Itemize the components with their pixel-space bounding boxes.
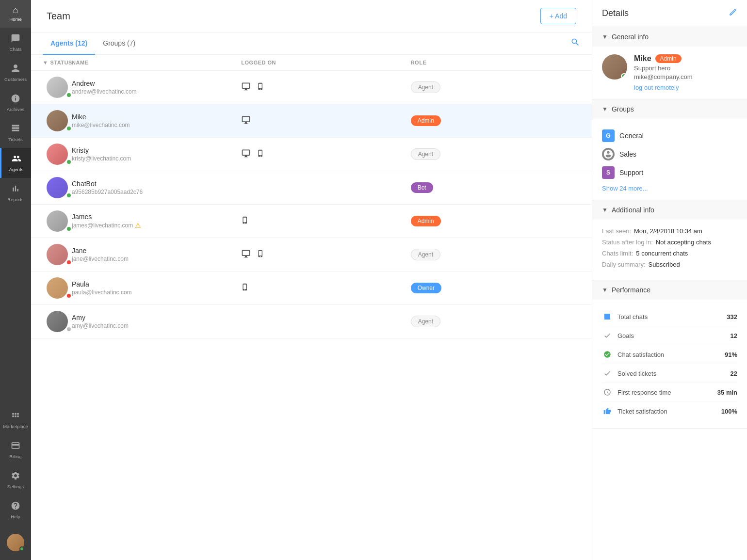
role-badge: Bot: [411, 182, 433, 193]
perf-value: 100%: [721, 408, 737, 415]
section-additional-info-header[interactable]: ▼ Additional info: [592, 200, 747, 220]
info-value: Not accepting chats: [656, 239, 711, 246]
reports-icon: [11, 184, 20, 195]
group-item-sales: Sales: [602, 145, 737, 163]
section-general-info-header[interactable]: ▼ General info: [592, 27, 747, 47]
table-row[interactable]: Paula paula@livechatinc.com Owner: [31, 272, 592, 305]
sidebar-item-archives[interactable]: Archives: [0, 88, 31, 118]
agent-avatar-cell: [43, 177, 72, 198]
table-row[interactable]: Mike mike@livechatinc.com Admin: [31, 104, 592, 138]
table-row[interactable]: Amy amy@livechatinc.com Agent: [31, 305, 592, 338]
agents-icon: [12, 154, 21, 165]
chevron-down-icon-additional: ▼: [602, 207, 608, 213]
agent-status-dot: [66, 259, 72, 265]
table-row[interactable]: Kristy kristy@livechatinc.com Agent: [31, 138, 592, 171]
agent-info: James james@livechatinc.com ⚠: [72, 213, 241, 229]
customers-icon: [11, 64, 20, 75]
agent-name: Kristy: [72, 146, 241, 154]
logout-link[interactable]: log out remotely: [634, 84, 693, 91]
sidebar-label-reports: Reports: [7, 197, 23, 202]
sidebar-item-home[interactable]: ⌂ Home: [0, 0, 31, 28]
agent-email: james@livechatinc.com ⚠: [72, 222, 241, 229]
profile-status-dot: [621, 73, 627, 80]
role-cell: Admin: [411, 216, 580, 226]
perf-icon: [602, 330, 613, 341]
profile-email: mike@company.com: [634, 73, 693, 80]
edit-icon[interactable]: [729, 8, 737, 19]
sidebar-item-marketplace[interactable]: Marketplace: [0, 405, 31, 435]
device-icons: [241, 148, 410, 160]
agent-info: Mike mike@livechatinc.com: [72, 113, 241, 128]
table-row[interactable]: Andrew andrew@livechatinc.com Agent: [31, 71, 592, 104]
section-general-info-content: Mike Admin Support hero mike@company.com…: [592, 47, 747, 99]
sidebar-label-archives: Archives: [7, 107, 24, 112]
info-label: Last seen:: [602, 227, 631, 235]
tab-groups[interactable]: Groups (7): [95, 32, 143, 55]
agent-status-dot: [66, 126, 72, 131]
agent-avatar-cell: [43, 144, 72, 165]
desktop-icon: [241, 148, 251, 160]
agent-avatar: [47, 110, 68, 131]
section-additional-info: ▼ Additional info Last seen:Mon, 2/4/201…: [592, 200, 747, 280]
role-cell: Agent: [411, 249, 580, 260]
sidebar-item-reports[interactable]: Reports: [0, 178, 31, 208]
agent-status-dot: [66, 159, 72, 165]
section-groups-header[interactable]: ▼ Groups: [592, 99, 747, 119]
role-badge: Agent: [411, 316, 440, 327]
sidebar-item-agents[interactable]: Agents: [0, 148, 31, 178]
profile-name: Mike: [634, 54, 651, 63]
info-label: Status after log in:: [602, 239, 653, 246]
section-performance-header[interactable]: ▼ Performance: [592, 280, 747, 300]
add-button[interactable]: + Add: [540, 8, 576, 24]
sidebar-item-billing[interactable]: Billing: [0, 435, 31, 465]
sidebar-label-marketplace: Marketplace: [3, 424, 28, 429]
col-status: ▼ STATUS: [43, 60, 72, 65]
section-groups: ▼ Groups G General Sales S Support Show …: [592, 99, 747, 200]
current-user-status-dot: [19, 546, 24, 551]
agent-info: Jane jane@livechatinc.com: [72, 247, 241, 262]
table-row[interactable]: James james@livechatinc.com ⚠ Admin: [31, 205, 592, 238]
table-row[interactable]: ChatBot a956285b927a005aad2c76 Bot: [31, 171, 592, 205]
sidebar-item-label: Home: [9, 16, 21, 22]
info-row: Status after log in:Not accepting chats: [602, 239, 737, 246]
perf-label: Goals: [617, 332, 731, 339]
agent-name: James: [72, 213, 241, 221]
perf-label: Solved tickets: [617, 370, 731, 377]
agent-avatar: [47, 277, 68, 299]
tabs-bar: Agents (12) Groups (7): [31, 32, 592, 55]
tab-groups-count: (7): [127, 39, 135, 47]
current-user-avatar-container[interactable]: [0, 525, 31, 560]
tab-agents[interactable]: Agents (12): [43, 32, 95, 55]
perf-label: Chat satisfaction: [617, 351, 725, 358]
settings-icon: [11, 471, 20, 482]
warning-icon: ⚠: [135, 222, 141, 229]
profile-name-row: Mike Admin: [634, 54, 693, 63]
sidebar: ⌂ Home Chats Customers Archives Tickets …: [0, 0, 31, 560]
show-more-groups[interactable]: Show 24 more...: [602, 185, 737, 192]
sidebar-label-settings: Settings: [7, 484, 24, 489]
role-cell: Agent: [411, 316, 580, 327]
agent-info: ChatBot a956285b927a005aad2c76: [72, 180, 241, 195]
tickets-icon: [11, 124, 20, 135]
group-icon-sales: [602, 148, 615, 160]
sidebar-item-chats[interactable]: Chats: [0, 28, 31, 58]
info-value: Mon, 2/4/2018 10:34 am: [634, 227, 702, 235]
table-row[interactable]: Jane jane@livechatinc.com Agent: [31, 238, 592, 272]
perf-icon: [602, 387, 613, 398]
perf-icon: [602, 368, 613, 379]
search-button[interactable]: [570, 37, 580, 49]
sidebar-item-tickets[interactable]: Tickets: [0, 118, 31, 148]
perf-value: 332: [727, 313, 737, 320]
sidebar-item-customers[interactable]: Customers: [0, 58, 31, 88]
sidebar-item-help[interactable]: Help: [0, 495, 31, 525]
info-row: Chats limit:5 concurrent chats: [602, 250, 737, 257]
home-icon: ⌂: [13, 6, 18, 15]
agent-avatar-cell: [43, 77, 72, 98]
mobile-icon: [257, 249, 264, 261]
sidebar-item-settings[interactable]: Settings: [0, 465, 31, 495]
agent-avatar-cell: [43, 311, 72, 332]
section-performance-content: Total chats 332 Goals 12 Chat satisfacti…: [592, 300, 747, 428]
role-cell: Agent: [411, 148, 580, 160]
agent-avatar: [47, 210, 68, 232]
section-groups-label: Groups: [612, 105, 634, 113]
